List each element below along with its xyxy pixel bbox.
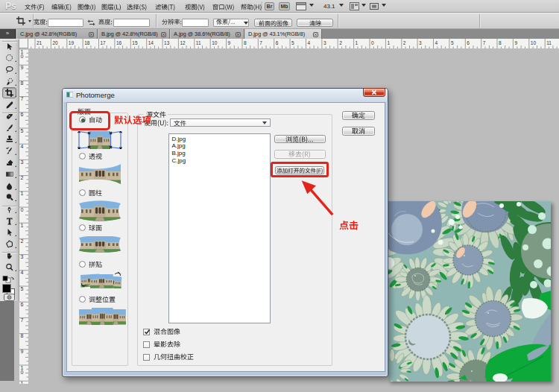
svg-text:11: 11: [546, 40, 552, 45]
svg-text:3: 3: [21, 159, 24, 165]
svg-text:3: 3: [419, 40, 422, 45]
svg-text:3: 3: [21, 254, 24, 259]
svg-text:7: 7: [21, 96, 24, 101]
svg-text:1: 1: [21, 223, 24, 228]
svg-text:2: 2: [21, 175, 24, 180]
svg-text:21: 21: [37, 40, 42, 45]
svg-text:3: 3: [323, 40, 326, 45]
svg-text:19: 19: [69, 40, 75, 45]
svg-text:14: 14: [148, 40, 154, 45]
svg-text:8: 8: [244, 40, 247, 45]
svg-text:4: 4: [21, 270, 24, 275]
svg-text:9: 9: [21, 65, 24, 70]
svg-text:9: 9: [514, 40, 517, 45]
svg-text:4: 4: [21, 144, 24, 149]
svg-text:1: 1: [356, 40, 359, 45]
svg-text:5: 5: [21, 286, 24, 291]
svg-text:0: 0: [21, 370, 24, 375]
svg-text:15: 15: [132, 40, 138, 45]
svg-text:0: 0: [21, 207, 24, 212]
svg-text:0: 0: [21, 54, 24, 59]
svg-text:1: 1: [387, 40, 390, 45]
svg-text:6: 6: [467, 40, 470, 45]
svg-text:5: 5: [21, 128, 24, 133]
svg-text:5: 5: [291, 40, 294, 45]
svg-text:7: 7: [259, 40, 262, 45]
svg-text:20: 20: [52, 40, 58, 45]
svg-text:2: 2: [339, 40, 342, 45]
svg-text:13: 13: [164, 40, 170, 45]
svg-text:6: 6: [21, 112, 24, 117]
svg-text:18: 18: [84, 40, 90, 45]
svg-text:17: 17: [101, 40, 107, 45]
svg-text:4: 4: [435, 40, 438, 45]
svg-text:1: 1: [21, 191, 24, 196]
svg-text:2: 2: [403, 40, 406, 45]
svg-text:7: 7: [21, 317, 24, 323]
svg-text:7: 7: [483, 40, 486, 45]
svg-text:8: 8: [499, 40, 502, 45]
svg-text:10: 10: [212, 40, 218, 45]
svg-text:6: 6: [276, 40, 279, 45]
svg-text:10: 10: [531, 40, 537, 45]
svg-text:5: 5: [451, 40, 454, 45]
svg-text:9: 9: [228, 40, 231, 45]
svg-text:8: 8: [21, 80, 24, 86]
svg-text:12: 12: [180, 40, 186, 45]
svg-text:16: 16: [116, 40, 122, 45]
svg-text:11: 11: [196, 40, 201, 45]
svg-text:0: 0: [371, 40, 374, 45]
svg-text:9: 9: [21, 349, 24, 354]
svg-text:6: 6: [21, 302, 24, 307]
svg-text:2: 2: [21, 238, 24, 244]
svg-text:1: 1: [21, 381, 24, 384]
svg-text:8: 8: [21, 333, 24, 338]
svg-text:4: 4: [308, 40, 311, 45]
